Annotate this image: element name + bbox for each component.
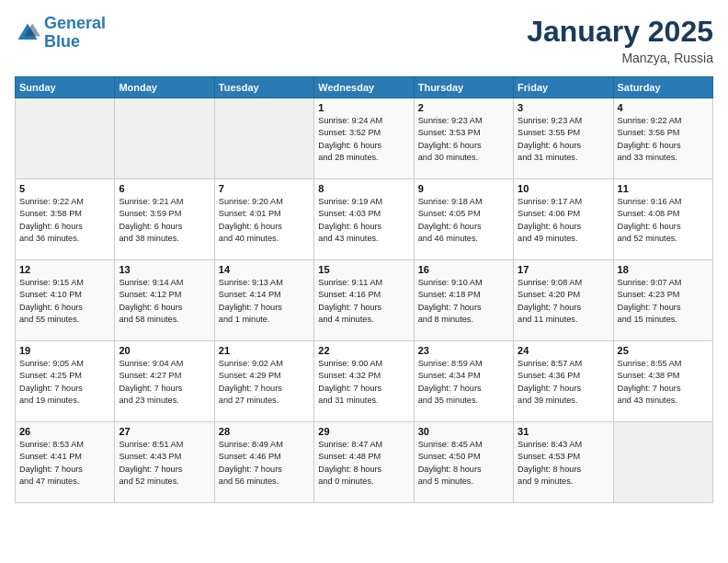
day-number: 11 <box>618 183 709 194</box>
calendar-cell: 14Sunrise: 9:13 AMSunset: 4:14 PMDayligh… <box>214 260 313 341</box>
day-info: Sunrise: 9:10 AMSunset: 4:18 PMDaylight:… <box>418 277 509 326</box>
calendar-cell: 19Sunrise: 9:05 AMSunset: 4:25 PMDayligh… <box>16 341 115 422</box>
day-info: Sunrise: 9:21 AMSunset: 3:59 PMDaylight:… <box>119 196 210 245</box>
month-title: January 2025 <box>527 15 713 49</box>
calendar-cell: 5Sunrise: 9:22 AMSunset: 3:58 PMDaylight… <box>16 179 115 260</box>
day-info: Sunrise: 9:05 AMSunset: 4:25 PMDaylight:… <box>19 358 110 407</box>
calendar-cell: 2Sunrise: 9:23 AMSunset: 3:53 PMDaylight… <box>414 98 513 179</box>
location: Manzya, Russia <box>527 51 713 65</box>
day-number: 6 <box>119 183 210 194</box>
calendar-cell: 18Sunrise: 9:07 AMSunset: 4:23 PMDayligh… <box>613 260 712 341</box>
day-info: Sunrise: 9:13 AMSunset: 4:14 PMDaylight:… <box>219 277 310 326</box>
day-number: 4 <box>618 102 709 113</box>
calendar-cell: 30Sunrise: 8:45 AMSunset: 4:50 PMDayligh… <box>414 422 513 503</box>
calendar-cell: 7Sunrise: 9:20 AMSunset: 4:01 PMDaylight… <box>214 179 313 260</box>
day-header: Thursday <box>414 77 513 98</box>
calendar-cell: 27Sunrise: 8:51 AMSunset: 4:43 PMDayligh… <box>115 422 214 503</box>
calendar-cell: 12Sunrise: 9:15 AMSunset: 4:10 PMDayligh… <box>16 260 115 341</box>
day-info: Sunrise: 9:20 AMSunset: 4:01 PMDaylight:… <box>219 196 310 245</box>
day-info: Sunrise: 9:23 AMSunset: 3:55 PMDaylight:… <box>518 115 609 164</box>
day-info: Sunrise: 9:04 AMSunset: 4:27 PMDaylight:… <box>119 358 210 407</box>
day-info: Sunrise: 9:16 AMSunset: 4:08 PMDaylight:… <box>618 196 709 245</box>
calendar-cell: 1Sunrise: 9:24 AMSunset: 3:52 PMDaylight… <box>314 98 414 179</box>
day-info: Sunrise: 9:19 AMSunset: 4:03 PMDaylight:… <box>318 196 409 245</box>
day-number: 5 <box>19 183 110 194</box>
day-number: 30 <box>418 426 509 437</box>
day-info: Sunrise: 8:57 AMSunset: 4:36 PMDaylight:… <box>518 358 609 407</box>
calendar-cell: 3Sunrise: 9:23 AMSunset: 3:55 PMDaylight… <box>514 98 613 179</box>
day-number: 16 <box>418 264 509 275</box>
day-number: 31 <box>518 426 609 437</box>
calendar-week-row: 26Sunrise: 8:53 AMSunset: 4:41 PMDayligh… <box>16 422 713 503</box>
day-info: Sunrise: 8:51 AMSunset: 4:43 PMDaylight:… <box>119 439 210 488</box>
logo-icon <box>15 20 40 46</box>
calendar-cell <box>214 98 313 179</box>
page: General Blue January 2025 Manzya, Russia… <box>0 0 728 563</box>
day-info: Sunrise: 9:15 AMSunset: 4:10 PMDaylight:… <box>19 277 110 326</box>
calendar-cell: 28Sunrise: 8:49 AMSunset: 4:46 PMDayligh… <box>214 422 313 503</box>
title-block: January 2025 Manzya, Russia <box>527 15 713 65</box>
day-number: 10 <box>518 183 609 194</box>
calendar-cell: 26Sunrise: 8:53 AMSunset: 4:41 PMDayligh… <box>16 422 115 503</box>
day-number: 27 <box>119 426 210 437</box>
day-number: 17 <box>518 264 609 275</box>
day-info: Sunrise: 8:59 AMSunset: 4:34 PMDaylight:… <box>418 358 509 407</box>
day-number: 15 <box>318 264 409 275</box>
calendar-cell: 8Sunrise: 9:19 AMSunset: 4:03 PMDaylight… <box>314 179 414 260</box>
calendar-cell: 11Sunrise: 9:16 AMSunset: 4:08 PMDayligh… <box>613 179 712 260</box>
day-info: Sunrise: 8:55 AMSunset: 4:38 PMDaylight:… <box>618 358 709 407</box>
day-number: 29 <box>318 426 409 437</box>
day-info: Sunrise: 9:23 AMSunset: 3:53 PMDaylight:… <box>418 115 509 164</box>
day-number: 2 <box>418 102 509 113</box>
day-info: Sunrise: 9:17 AMSunset: 4:06 PMDaylight:… <box>518 196 609 245</box>
calendar-cell: 4Sunrise: 9:22 AMSunset: 3:56 PMDaylight… <box>613 98 712 179</box>
logo: General Blue <box>15 15 106 52</box>
day-info: Sunrise: 9:11 AMSunset: 4:16 PMDaylight:… <box>318 277 409 326</box>
calendar-cell <box>115 98 214 179</box>
day-header: Wednesday <box>314 77 414 98</box>
calendar-week-row: 1Sunrise: 9:24 AMSunset: 3:52 PMDaylight… <box>16 98 713 179</box>
calendar-cell: 6Sunrise: 9:21 AMSunset: 3:59 PMDaylight… <box>115 179 214 260</box>
day-number: 22 <box>318 345 409 356</box>
calendar-cell: 17Sunrise: 9:08 AMSunset: 4:20 PMDayligh… <box>514 260 613 341</box>
calendar-cell: 21Sunrise: 9:02 AMSunset: 4:29 PMDayligh… <box>214 341 313 422</box>
day-info: Sunrise: 9:00 AMSunset: 4:32 PMDaylight:… <box>318 358 409 407</box>
calendar-week-row: 19Sunrise: 9:05 AMSunset: 4:25 PMDayligh… <box>16 341 713 422</box>
day-info: Sunrise: 9:14 AMSunset: 4:12 PMDaylight:… <box>119 277 210 326</box>
calendar-cell: 23Sunrise: 8:59 AMSunset: 4:34 PMDayligh… <box>414 341 513 422</box>
calendar-cell <box>613 422 712 503</box>
day-number: 25 <box>618 345 709 356</box>
calendar-cell <box>16 98 115 179</box>
day-number: 1 <box>318 102 409 113</box>
day-info: Sunrise: 8:53 AMSunset: 4:41 PMDaylight:… <box>19 439 110 488</box>
day-header: Tuesday <box>214 77 313 98</box>
day-info: Sunrise: 9:18 AMSunset: 4:05 PMDaylight:… <box>418 196 509 245</box>
day-number: 24 <box>518 345 609 356</box>
day-number: 9 <box>418 183 509 194</box>
day-number: 26 <box>19 426 110 437</box>
day-info: Sunrise: 9:24 AMSunset: 3:52 PMDaylight:… <box>318 115 409 164</box>
day-number: 3 <box>518 102 609 113</box>
day-info: Sunrise: 9:22 AMSunset: 3:56 PMDaylight:… <box>618 115 709 164</box>
day-info: Sunrise: 9:22 AMSunset: 3:58 PMDaylight:… <box>19 196 110 245</box>
day-number: 18 <box>618 264 709 275</box>
day-info: Sunrise: 9:08 AMSunset: 4:20 PMDaylight:… <box>518 277 609 326</box>
day-info: Sunrise: 8:47 AMSunset: 4:48 PMDaylight:… <box>318 439 409 488</box>
calendar-cell: 31Sunrise: 8:43 AMSunset: 4:53 PMDayligh… <box>514 422 613 503</box>
calendar-cell: 9Sunrise: 9:18 AMSunset: 4:05 PMDaylight… <box>414 179 513 260</box>
calendar-cell: 10Sunrise: 9:17 AMSunset: 4:06 PMDayligh… <box>514 179 613 260</box>
day-number: 8 <box>318 183 409 194</box>
day-header: Saturday <box>613 77 712 98</box>
calendar-cell: 25Sunrise: 8:55 AMSunset: 4:38 PMDayligh… <box>613 341 712 422</box>
calendar-cell: 13Sunrise: 9:14 AMSunset: 4:12 PMDayligh… <box>115 260 214 341</box>
day-number: 28 <box>219 426 310 437</box>
day-info: Sunrise: 8:43 AMSunset: 4:53 PMDaylight:… <box>518 439 609 488</box>
day-number: 23 <box>418 345 509 356</box>
day-number: 21 <box>219 345 310 356</box>
day-number: 14 <box>219 264 310 275</box>
day-number: 13 <box>119 264 210 275</box>
calendar-week-row: 12Sunrise: 9:15 AMSunset: 4:10 PMDayligh… <box>16 260 713 341</box>
logo-text: General Blue <box>44 15 106 52</box>
header: General Blue January 2025 Manzya, Russia <box>15 15 713 65</box>
calendar-cell: 20Sunrise: 9:04 AMSunset: 4:27 PMDayligh… <box>115 341 214 422</box>
